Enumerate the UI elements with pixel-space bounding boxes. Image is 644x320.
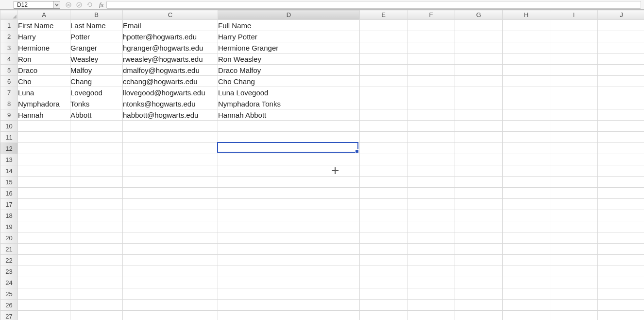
cell-C19[interactable]	[123, 221, 218, 232]
cell-A22[interactable]	[18, 255, 70, 266]
cell-I7[interactable]	[550, 87, 598, 98]
cell-F7[interactable]	[407, 87, 455, 98]
cell-E9[interactable]	[360, 109, 407, 121]
cell-E17[interactable]	[360, 199, 407, 210]
cell-E16[interactable]	[360, 188, 407, 199]
cell-F21[interactable]	[407, 244, 455, 255]
cell-C25[interactable]	[123, 288, 218, 300]
row-header-19[interactable]: 19	[0, 221, 18, 232]
row-header-22[interactable]: 22	[0, 255, 18, 266]
cell-B25[interactable]	[70, 288, 123, 300]
column-header-G[interactable]: G	[455, 10, 503, 20]
cell-J1[interactable]	[598, 20, 644, 31]
cell-B1[interactable]: Last Name	[70, 20, 123, 31]
cell-F4[interactable]	[407, 53, 455, 65]
cell-E13[interactable]	[360, 154, 407, 165]
cell-C9[interactable]: habbott@hogwarts.edu	[123, 109, 218, 121]
cell-F22[interactable]	[407, 255, 455, 266]
row-header-24[interactable]: 24	[0, 277, 18, 288]
cell-F18[interactable]	[407, 210, 455, 221]
cell-A14[interactable]	[18, 165, 70, 177]
cell-I5[interactable]	[550, 65, 598, 76]
cell-D7[interactable]: Luna Lovegood	[218, 87, 360, 98]
row-header-10[interactable]: 10	[0, 121, 18, 132]
cell-I14[interactable]	[550, 165, 598, 177]
cell-H8[interactable]	[503, 98, 550, 109]
row-header-12[interactable]: 12	[0, 143, 18, 154]
cell-J15[interactable]	[598, 177, 644, 188]
cell-I6[interactable]	[550, 76, 598, 87]
formula-input[interactable]	[106, 1, 641, 9]
cell-D25[interactable]	[218, 288, 360, 300]
cell-C7[interactable]: llovegood@hogwarts.edu	[123, 87, 218, 98]
cell-H5[interactable]	[503, 65, 550, 76]
cell-C18[interactable]	[123, 210, 218, 221]
cell-D3[interactable]: Hermione Granger	[218, 42, 360, 53]
row-header-9[interactable]: 9	[0, 109, 18, 121]
name-box[interactable]: D12	[14, 1, 53, 9]
cell-C24[interactable]	[123, 277, 218, 288]
cell-D8[interactable]: Nymphadora Tonks	[218, 98, 360, 109]
cell-H10[interactable]	[503, 121, 550, 132]
cell-H16[interactable]	[503, 188, 550, 199]
cell-D6[interactable]: Cho Chang	[218, 76, 360, 87]
cell-D23[interactable]	[218, 266, 360, 277]
cell-B8[interactable]: Tonks	[70, 98, 123, 109]
cell-G16[interactable]	[455, 188, 503, 199]
cell-A25[interactable]	[18, 288, 70, 300]
cell-D11[interactable]	[218, 132, 360, 143]
cell-G3[interactable]	[455, 42, 503, 53]
cell-H27[interactable]	[503, 311, 550, 320]
cell-H2[interactable]	[503, 31, 550, 42]
cell-A3[interactable]: Hermione	[18, 42, 70, 53]
column-header-D[interactable]: D	[218, 10, 360, 20]
cell-B9[interactable]: Abbott	[70, 109, 123, 121]
column-header-J[interactable]: J	[598, 10, 644, 20]
cell-B23[interactable]	[70, 266, 123, 277]
cell-J7[interactable]	[598, 87, 644, 98]
row-header-15[interactable]: 15	[0, 177, 18, 188]
cell-B16[interactable]	[70, 188, 123, 199]
cell-B15[interactable]	[70, 177, 123, 188]
cell-J9[interactable]	[598, 109, 644, 121]
cell-F14[interactable]	[407, 165, 455, 177]
cell-J6[interactable]	[598, 76, 644, 87]
cell-I18[interactable]	[550, 210, 598, 221]
cell-F9[interactable]	[407, 109, 455, 121]
cell-H23[interactable]	[503, 266, 550, 277]
cell-D16[interactable]	[218, 188, 360, 199]
cell-B7[interactable]: Lovegood	[70, 87, 123, 98]
cell-A5[interactable]: Draco	[18, 65, 70, 76]
cell-J19[interactable]	[598, 221, 644, 232]
row-header-20[interactable]: 20	[0, 232, 18, 244]
cell-C20[interactable]	[123, 232, 218, 244]
row-header-17[interactable]: 17	[0, 199, 18, 210]
cell-G12[interactable]	[455, 143, 503, 154]
cell-J21[interactable]	[598, 244, 644, 255]
cell-A18[interactable]	[18, 210, 70, 221]
cell-A1[interactable]: First Name	[18, 20, 70, 31]
row-header-14[interactable]: 14	[0, 165, 18, 177]
cell-A21[interactable]	[18, 244, 70, 255]
cell-G6[interactable]	[455, 76, 503, 87]
cell-I4[interactable]	[550, 53, 598, 65]
cell-H21[interactable]	[503, 244, 550, 255]
cell-J18[interactable]	[598, 210, 644, 221]
cell-A2[interactable]: Harry	[18, 31, 70, 42]
cell-J22[interactable]	[598, 255, 644, 266]
cell-D17[interactable]	[218, 199, 360, 210]
cell-C4[interactable]: rweasley@hogwarts.edu	[123, 53, 218, 65]
cell-F6[interactable]	[407, 76, 455, 87]
cell-E27[interactable]	[360, 311, 407, 320]
cell-G13[interactable]	[455, 154, 503, 165]
row-header-1[interactable]: 1	[0, 20, 18, 31]
row-header-11[interactable]: 11	[0, 132, 18, 143]
cell-J12[interactable]	[598, 143, 644, 154]
cell-E15[interactable]	[360, 177, 407, 188]
cell-B11[interactable]	[70, 132, 123, 143]
cell-I17[interactable]	[550, 199, 598, 210]
cell-C10[interactable]	[123, 121, 218, 132]
cell-G9[interactable]	[455, 109, 503, 121]
cell-I9[interactable]	[550, 109, 598, 121]
cell-H24[interactable]	[503, 277, 550, 288]
